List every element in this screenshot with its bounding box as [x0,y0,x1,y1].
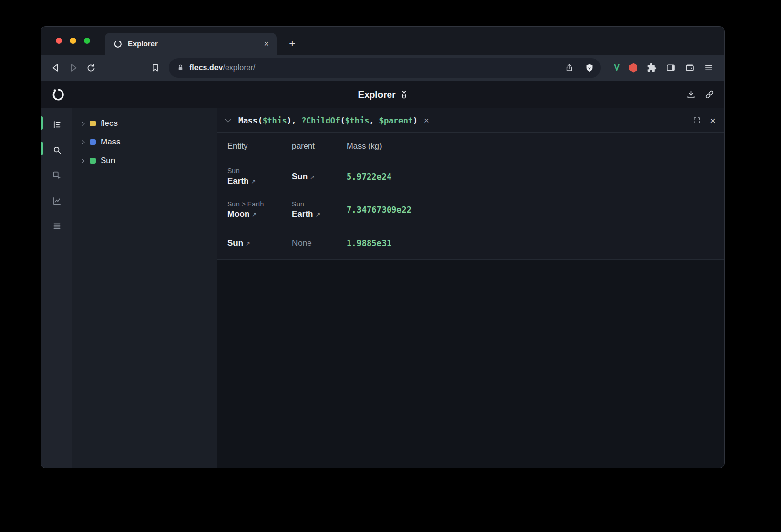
entity-cell: Sun > Earth Moon↗ [227,200,292,219]
search-icon[interactable] [47,141,66,159]
brave-shields-icon[interactable] [585,63,594,73]
url-bar-divider [579,63,579,73]
entity-link[interactable]: Sun [227,238,243,247]
entities-tree-icon[interactable] [47,115,66,134]
download-icon[interactable] [686,89,696,100]
component-color-swatch [90,139,96,145]
menu-icon[interactable] [704,63,714,73]
url-bar[interactable]: flecs.dev/explorer/ [169,58,601,78]
active-indicator-tree [41,116,43,130]
extensions-puzzle-icon[interactable] [647,63,657,73]
browser-window: Explorer × + flecs.dev/explorer/ [41,27,724,468]
hexagon-extension-icon[interactable] [629,63,637,73]
window-controls [56,38,90,44]
parent-none-label: None [292,238,312,247]
expand-chevron-icon[interactable] [80,121,85,126]
tree-item-flecs[interactable]: flecs [72,114,217,133]
collapse-chevron-icon[interactable] [225,116,231,123]
wallet-icon[interactable] [685,63,695,73]
inspect-icon[interactable] [47,166,66,184]
flecs-favicon [113,39,123,49]
active-indicator-search [41,142,43,155]
share-icon[interactable] [565,63,574,73]
external-link-icon: ↗ [246,240,250,247]
entity-link[interactable]: Moon [227,209,249,219]
page-title-text: Explorer [358,89,395,100]
logs-list-icon[interactable] [47,217,66,235]
tab-title: Explorer [128,40,258,48]
external-link-icon: ↗ [310,174,315,181]
stats-chart-icon[interactable] [47,191,66,210]
app-header: Explorer [41,81,724,108]
entity-cell: Sun↗ [227,238,292,248]
column-header-parent: parent [292,142,347,151]
forward-button[interactable] [64,59,82,77]
external-link-icon: ↗ [252,211,257,218]
tree-item-label: flecs [101,119,118,128]
external-link-icon: ↗ [251,178,256,185]
entity-tree-panel: flecs Mass Sun [72,108,217,468]
empty-content-area [217,260,724,468]
minimize-window-button[interactable] [70,38,76,44]
content-area: Mass($this), ?ChildOf($this, $parent) × … [217,108,724,468]
extension-icons: V [606,62,719,73]
query-expression[interactable]: Mass($this), ?ChildOf($this, $parent) [238,116,418,125]
expand-chevron-icon[interactable] [80,158,85,163]
zoom-window-button[interactable] [84,38,90,44]
expand-chevron-icon[interactable] [80,140,85,144]
sidebar-rail [41,108,72,468]
main-area: flecs Mass Sun Mass($this), ?ChildOf($th… [41,108,724,468]
clear-query-icon[interactable]: × [424,116,429,125]
page-title: Explorer [358,89,407,100]
query-bar: Mass($this), ?ChildOf($this, $parent) × … [217,108,724,133]
module-color-swatch [90,121,96,126]
lock-icon [177,64,184,72]
link-icon[interactable] [704,89,715,100]
parent-link[interactable]: Earth [292,209,313,219]
column-header-mass: Mass (kg) [347,142,724,151]
parent-cell: Sun↗ [292,172,347,182]
parent-cell: Sun Earth↗ [292,200,347,219]
reload-button[interactable] [82,59,100,77]
new-tab-button[interactable]: + [285,36,300,51]
column-header-entity: Entity [227,142,292,151]
table-row: Sun > Earth Moon↗ Sun Earth↗ 7.34767309e… [217,193,724,226]
browser-tab-explorer[interactable]: Explorer × [105,33,277,55]
sidebar-toggle-icon[interactable] [666,63,676,73]
url-text: flecs.dev/explorer/ [189,63,559,72]
tab-strip: Explorer × + [41,27,724,55]
parent-cell: None [292,238,347,248]
table-row: Sun Earth↗ Sun↗ 5.9722e24 [217,160,724,193]
tree-item-label: Mass [101,137,121,147]
tree-item-mass[interactable]: Mass [72,133,217,151]
results-table-header: Entity parent Mass (kg) [217,133,724,160]
parent-path: Sun [292,200,347,208]
fullscreen-icon[interactable] [693,116,701,124]
entity-color-swatch [90,158,96,164]
back-button[interactable] [47,59,64,77]
entity-link[interactable]: Earth [227,176,248,185]
mass-value: 1.9885e31 [347,238,724,248]
query-panel: Mass($this), ?ChildOf($this, $parent) × … [217,108,724,260]
close-window-button[interactable] [56,38,62,44]
entity-path: Sun [227,167,292,175]
table-row: Sun↗ None 1.9885e31 [217,226,724,260]
remote-connection-icon [401,90,408,99]
bookmark-icon[interactable] [146,59,164,77]
external-link-icon: ↗ [315,211,320,218]
close-panel-icon[interactable]: × [710,116,716,125]
url-host: flecs.dev [189,63,223,72]
vue-devtools-icon[interactable]: V [614,62,620,73]
entity-path: Sun > Earth [227,200,292,208]
header-actions [686,89,715,100]
tree-item-label: Sun [101,156,115,165]
url-path: /explorer/ [223,63,255,72]
browser-toolbar: flecs.dev/explorer/ V [41,55,724,81]
mass-value: 5.9722e24 [347,172,724,182]
mass-value: 7.34767309e22 [347,205,724,215]
parent-link[interactable]: Sun [292,172,308,181]
tree-item-sun[interactable]: Sun [72,151,217,170]
entity-cell: Sun Earth↗ [227,167,292,186]
flecs-logo [51,87,65,102]
tab-close-icon[interactable]: × [264,40,269,48]
